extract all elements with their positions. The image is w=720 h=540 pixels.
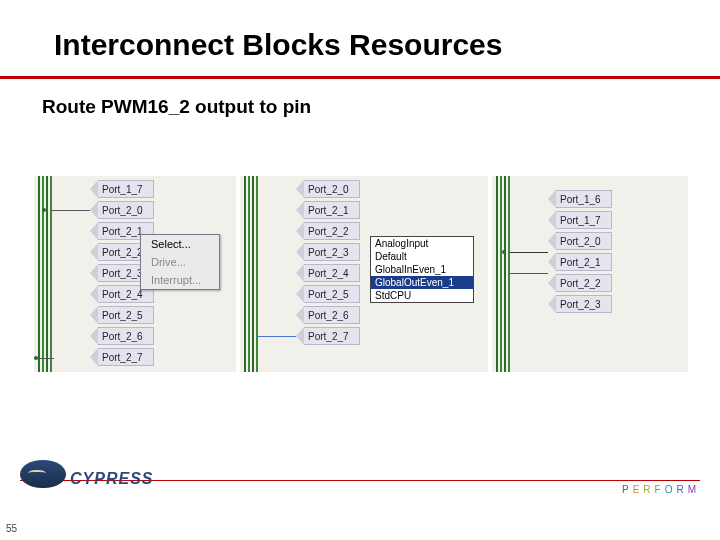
logo-mark-icon — [20, 460, 66, 488]
dropdown-option-selected[interactable]: GlobalOutEven_1 — [371, 276, 473, 289]
port-tag[interactable]: Port_2_0 — [90, 201, 154, 219]
port-tag[interactable]: Port_2_2 — [296, 222, 360, 240]
port-tag[interactable]: Port_2_7 — [90, 348, 154, 366]
wire — [510, 273, 548, 274]
cypress-logo: CYPRESS — [20, 460, 153, 488]
rails-left — [496, 176, 510, 372]
port-tag[interactable]: Port_2_5 — [296, 285, 360, 303]
title-rule — [0, 76, 720, 79]
dropdown-option[interactable]: StdCPU — [371, 289, 473, 302]
port-tag[interactable]: Port_2_3 — [548, 295, 612, 313]
port-tag[interactable]: Port_2_5 — [90, 306, 154, 324]
wire-node — [34, 356, 38, 360]
wire-node — [502, 250, 506, 254]
panel-1: Port_1_7 Port_2_0 Port_2_1 Port_2_2 Port… — [34, 176, 236, 372]
page-number: 55 — [6, 523, 17, 534]
port-tag[interactable]: Port_2_1 — [548, 253, 612, 271]
port-tag[interactable]: Port_2_3 — [296, 243, 360, 261]
rails-left — [38, 176, 52, 372]
wire — [52, 210, 90, 211]
menu-item-drive[interactable]: Drive... — [141, 253, 219, 271]
port-tag[interactable]: Port_2_6 — [296, 306, 360, 324]
wire-routed — [510, 252, 548, 253]
menu-item-select[interactable]: Select... — [141, 235, 219, 253]
page-subtitle: Route PWM16_2 output to pin — [42, 96, 311, 118]
port-tag[interactable]: Port_2_6 — [90, 327, 154, 345]
screenshot-panels: Port_1_7 Port_2_0 Port_2_1 Port_2_2 Port… — [34, 176, 688, 372]
port-tag[interactable]: Port_2_4 — [296, 264, 360, 282]
port-tag[interactable]: Port_2_0 — [548, 232, 612, 250]
dropdown-option[interactable]: AnalogInput — [371, 237, 473, 250]
port-tag[interactable]: Port_1_7 — [90, 180, 154, 198]
panel-2: Port_2_0 Port_2_1 Port_2_2 Port_2_3 Port… — [240, 176, 488, 372]
port-list: Port_2_0 Port_2_1 Port_2_2 Port_2_3 Port… — [296, 180, 360, 345]
port-tag[interactable]: Port_2_1 — [296, 201, 360, 219]
logo-text: CYPRESS — [70, 470, 153, 488]
menu-item-interrupt[interactable]: Interrupt... — [141, 271, 219, 289]
wire-node — [42, 208, 46, 212]
port-tag[interactable]: Port_2_0 — [296, 180, 360, 198]
rails-left — [244, 176, 258, 372]
port-tag[interactable]: Port_1_7 — [548, 211, 612, 229]
wire-selected — [258, 336, 296, 337]
page-title: Interconnect Blocks Resources — [54, 28, 503, 62]
context-menu[interactable]: Select... Drive... Interrupt... — [140, 234, 220, 290]
port-tag[interactable]: Port_1_6 — [548, 190, 612, 208]
perform-tagline: PERFORM — [622, 484, 700, 495]
dropdown-option[interactable]: GlobalInEven_1 — [371, 263, 473, 276]
panel-3: Port_1_6 Port_1_7 Port_2_0 Port_2_1 Port… — [492, 176, 688, 372]
dropdown-option[interactable]: Default — [371, 250, 473, 263]
port-tag[interactable]: Port_2_2 — [548, 274, 612, 292]
port-list: Port_1_6 Port_1_7 Port_2_0 Port_2_1 Port… — [548, 190, 612, 313]
port-tag[interactable]: Port_2_7 — [296, 327, 360, 345]
drive-dropdown[interactable]: AnalogInput Default GlobalInEven_1 Globa… — [370, 236, 474, 303]
